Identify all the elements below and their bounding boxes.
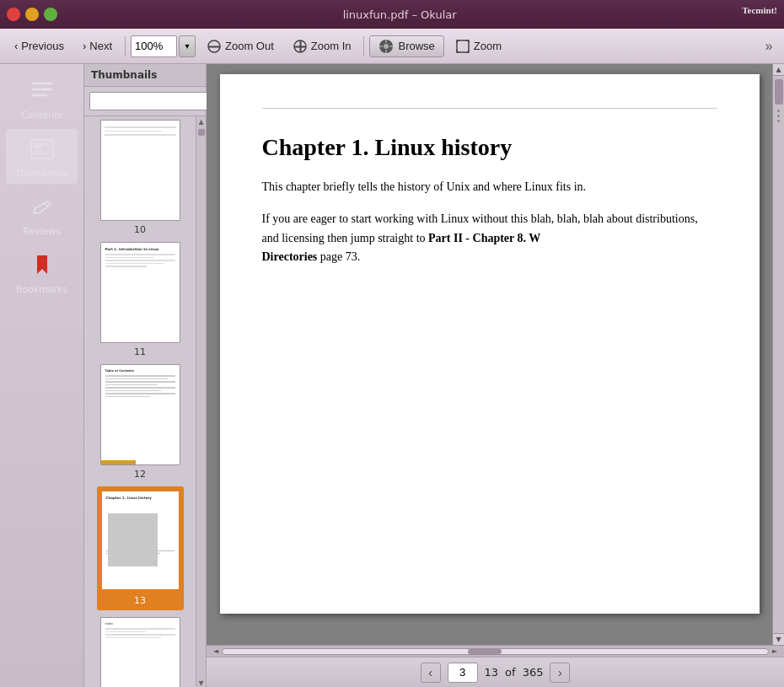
toolbar-divider-1 xyxy=(125,36,126,56)
thumbnail-page-12[interactable]: Table of Contents xyxy=(100,364,180,480)
next-page-icon: › xyxy=(558,666,562,679)
zoom-in-button[interactable]: Zoom In xyxy=(285,35,359,58)
logo-text: Tecmint xyxy=(742,5,774,15)
zoom-out-button[interactable]: Zoom Out xyxy=(199,35,282,58)
thumbnails-icon xyxy=(27,134,57,164)
thumbnails-search xyxy=(84,87,206,116)
thumbnails-scrollbar[interactable]: ▲ ▼ xyxy=(196,116,206,687)
browse-label: Browse xyxy=(398,40,434,52)
thumbnail-page-13[interactable]: Chapter 1. Linux history 13 xyxy=(97,486,184,610)
thumb-12-number: 12 xyxy=(134,469,146,480)
zoom-dropdown-button[interactable]: ▾ xyxy=(179,35,196,57)
svg-rect-11 xyxy=(457,40,469,52)
zoom-mode-button[interactable]: Zoom xyxy=(448,35,509,57)
sidebar-item-bookmarks[interactable]: Bookmarks xyxy=(6,245,78,300)
zoom-in-icon xyxy=(293,39,308,54)
thumb-11-image: Part 1. Introduction to Linux xyxy=(100,242,180,343)
thumb-scroll-up[interactable]: ▲ xyxy=(198,118,203,126)
thumbnails-list[interactable]: 10 Part 1. Introduction to Linux xyxy=(84,116,196,687)
bookmarks-label: Bookmarks xyxy=(16,284,67,295)
sidebar: Contents Thumbnails xyxy=(0,64,84,687)
thumb-10-image xyxy=(100,120,180,221)
app-logo: Tecmint! xyxy=(742,5,777,24)
window-controls xyxy=(7,8,57,21)
current-page-input[interactable] xyxy=(448,663,478,683)
zoom-mode-icon xyxy=(455,39,470,54)
pdf-content-area[interactable]: Chapter 1. Linux history This chapter br… xyxy=(207,64,772,645)
thumb-13-number: 13 xyxy=(127,594,153,607)
next-page-button[interactable]: › xyxy=(550,663,570,683)
svg-line-20 xyxy=(44,203,47,207)
contents-icon xyxy=(27,76,57,106)
pdf-para2-cont: Directories xyxy=(262,250,318,263)
more-toolbar-button[interactable]: » xyxy=(760,35,777,57)
thumbnails-label: Thumbnails xyxy=(15,168,69,179)
toolbar: ‹ Previous › Next ▾ Zoom Out Zoom In Bro… xyxy=(0,29,784,64)
pdf-para2-bold: Part II - Chapter 8. W xyxy=(428,232,540,244)
svg-point-6 xyxy=(384,44,389,49)
zoom-in-label: Zoom In xyxy=(311,40,352,52)
pdf-vertical-scrollbar[interactable]: ▲ ▼ xyxy=(772,64,784,645)
thumb-scroll-down[interactable]: ▼ xyxy=(198,679,203,687)
zoom-out-label: Zoom Out xyxy=(225,40,274,52)
zoom-input[interactable] xyxy=(131,35,177,57)
browse-button[interactable]: Browse xyxy=(369,35,443,57)
sidebar-item-reviews[interactable]: Reviews xyxy=(6,187,78,242)
page-navigation-bar: ‹ 13 of 365 › xyxy=(207,657,784,687)
thumb-12-image: Table of Contents xyxy=(100,364,180,465)
minimize-window-button[interactable] xyxy=(25,8,39,21)
svg-rect-16 xyxy=(34,142,42,149)
pdf-scroll-up-button[interactable]: ▲ xyxy=(773,64,784,76)
svg-point-19 xyxy=(46,142,49,146)
pdf-top-line xyxy=(262,108,717,109)
thumbnail-page-11[interactable]: Part 1. Introduction to Linux 11 xyxy=(100,242,180,357)
prev-page-button[interactable]: ‹ xyxy=(421,663,441,683)
h-scroll-track[interactable] xyxy=(222,648,769,655)
logo-superscript: ! xyxy=(774,5,777,15)
sidebar-item-thumbnails[interactable]: Thumbnails xyxy=(6,129,78,184)
thumb-13-image: Chapter 1. Linux history xyxy=(100,490,180,591)
close-window-button[interactable] xyxy=(7,8,20,21)
next-chevron-icon: › xyxy=(83,40,86,52)
zoom-out-icon xyxy=(207,39,222,54)
thumbnails-header: Thumbnails xyxy=(84,64,206,87)
thumbnail-page-10[interactable]: 10 xyxy=(100,120,180,235)
previous-button[interactable]: ‹ Previous xyxy=(7,35,72,56)
reviews-icon xyxy=(27,192,57,223)
pdf-scroll-down-button[interactable]: ▼ xyxy=(773,633,784,645)
previous-chevron-icon: ‹ xyxy=(14,40,18,52)
scroll-dot-3 xyxy=(777,120,780,122)
next-label: Next xyxy=(89,40,112,52)
bookmarks-icon xyxy=(27,250,57,281)
thumbnail-page-14[interactable]: Index 14 xyxy=(100,617,180,687)
thumb-14-image: Index xyxy=(100,617,180,687)
scroll-dot-2 xyxy=(777,115,780,117)
thumb-10-number: 10 xyxy=(134,224,146,235)
svg-rect-0 xyxy=(208,46,220,47)
thumbnails-search-input[interactable] xyxy=(89,92,214,110)
total-pages: 365 xyxy=(523,666,544,679)
thumb-scroll-thumb[interactable] xyxy=(198,129,205,136)
h-scroll-thumb[interactable] xyxy=(468,649,502,654)
zoom-label: Zoom xyxy=(474,40,502,52)
contents-label: Contents xyxy=(21,110,62,121)
thumbnails-panel: Thumbnails xyxy=(84,64,207,687)
pdf-horizontal-scrollbar[interactable]: ◄ ► xyxy=(207,645,784,657)
svg-rect-3 xyxy=(299,40,301,52)
sidebar-item-contents[interactable]: Contents xyxy=(6,71,78,126)
pdf-para2-end: page 73. xyxy=(317,250,360,263)
main-area: Contents Thumbnails xyxy=(0,64,784,687)
pdf-page: Chapter 1. Linux history This chapter br… xyxy=(220,74,760,614)
thumb-11-number: 11 xyxy=(134,346,146,357)
previous-label: Previous xyxy=(21,40,64,52)
pdf-scroll-thumb[interactable] xyxy=(775,79,783,105)
next-button[interactable]: › Next xyxy=(75,35,120,56)
h-scroll-right[interactable]: ► xyxy=(769,647,781,656)
titlebar: linuxfun.pdf – Okular Tecmint! xyxy=(0,0,784,29)
prev-page-icon: ‹ xyxy=(428,666,432,679)
maximize-window-button[interactable] xyxy=(44,8,57,21)
browse-icon xyxy=(379,39,394,54)
h-scroll-left[interactable]: ◄ xyxy=(210,647,222,656)
pdf-viewer: Chapter 1. Linux history This chapter br… xyxy=(207,64,784,687)
pdf-content-wrapper: Chapter 1. Linux history This chapter br… xyxy=(207,64,784,645)
